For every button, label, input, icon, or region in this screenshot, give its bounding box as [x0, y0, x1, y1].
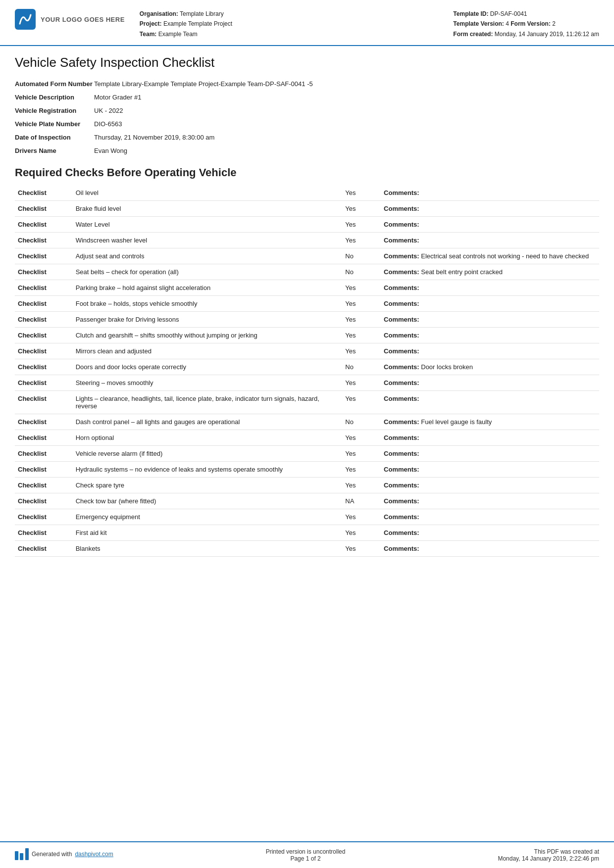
checklist-row-label: Checklist: [15, 185, 73, 201]
checklist-row-value: Yes: [342, 375, 381, 391]
table-row: ChecklistFoot brake – holds, stops vehic…: [15, 296, 599, 312]
checklist-row-comments: Comments:: [381, 446, 599, 462]
checklist-row-label: Checklist: [15, 248, 73, 264]
table-row: ChecklistPassenger brake for Driving les…: [15, 312, 599, 328]
checklist-row-item: Seat belts – check for operation (all): [73, 264, 343, 280]
checklist-row-comments: Comments:: [381, 509, 599, 525]
table-row: ChecklistSeat belts – check for operatio…: [15, 264, 599, 280]
table-row: ChecklistMirrors clean and adjustedYesCo…: [15, 343, 599, 359]
svg-rect-2: [20, 853, 23, 860]
checklist-row-value: Yes: [342, 296, 381, 312]
checklist-row-comments: Comments:: [381, 430, 599, 446]
checklist-row-comments: Comments:: [381, 478, 599, 493]
table-row: ChecklistAdjust seat and controlsNoComme…: [15, 248, 599, 264]
checklist-row-label: Checklist: [15, 462, 73, 478]
logo-block: YOUR LOGO GOES HERE: [15, 9, 125, 30]
vehicle-description-value: Motor Grader #1: [94, 91, 599, 104]
footer-logo-icon: [15, 848, 29, 860]
footer-center-line2: Page 1 of 2: [266, 855, 346, 862]
table-row: ChecklistFirst aid kitYesComments:: [15, 525, 599, 541]
checklist-row-comments: Comments:: [381, 541, 599, 557]
checklist-row-label: Checklist: [15, 264, 73, 280]
template-id-label: Template ID:: [453, 10, 488, 17]
form-version-label: Form Version:: [511, 20, 551, 27]
checklist-row-comments: Comments:: [381, 328, 599, 343]
checklist-row-value: Yes: [342, 446, 381, 462]
checklist-row-value: Yes: [342, 233, 381, 248]
checklist-row-label: Checklist: [15, 312, 73, 328]
org-label: Organisation:: [140, 10, 178, 17]
header: YOUR LOGO GOES HERE Organisation: Templa…: [0, 0, 614, 46]
vehicle-description-label: Vehicle Description: [15, 91, 94, 104]
footer-right-line1: This PDF was created at: [498, 848, 599, 855]
checklist-row-value: Yes: [342, 312, 381, 328]
template-version-value: 4: [506, 20, 509, 27]
page: YOUR LOGO GOES HERE Organisation: Templa…: [0, 0, 614, 868]
checklist-row-item: Dash control panel – all lights and gaug…: [73, 414, 343, 430]
checklist-row-label: Checklist: [15, 391, 73, 414]
checklist-row-item: Parking brake – hold against slight acce…: [73, 280, 343, 296]
checklist-row-item: Check tow bar (where fitted): [73, 493, 343, 509]
checklist-row-label: Checklist: [15, 328, 73, 343]
vehicle-registration-value: UK - 2022: [94, 104, 599, 117]
checklist-row-item: Oil level: [73, 185, 343, 201]
checklist-row-comments: Comments:: [381, 391, 599, 414]
footer-right-line2: Monday, 14 January 2019, 2:22:46 pm: [498, 855, 599, 862]
checklist-row-value: Yes: [342, 509, 381, 525]
checklist-row-comments: Comments: Seat belt entry point cracked: [381, 264, 599, 280]
checklist-row-label: Checklist: [15, 430, 73, 446]
checklist-row-comments: Comments:: [381, 525, 599, 541]
checklist-row-item: Check spare tyre: [73, 478, 343, 493]
team-label: Team:: [140, 31, 156, 38]
drivers-name-value: Evan Wong: [94, 144, 599, 157]
svg-rect-1: [15, 851, 18, 860]
checklist-row-comments: Comments: Electrical seat controls not w…: [381, 248, 599, 264]
checklist-row-label: Checklist: [15, 493, 73, 509]
checklist-row-label: Checklist: [15, 509, 73, 525]
info-grid: Automated Form Number Template Library-E…: [15, 77, 599, 157]
table-row: ChecklistBlanketsYesComments:: [15, 541, 599, 557]
table-row: ChecklistCheck tow bar (where fitted)NAC…: [15, 493, 599, 509]
checklist-row-label: Checklist: [15, 541, 73, 557]
checklist-row-comments: Comments:: [381, 233, 599, 248]
table-row: ChecklistWater LevelYesComments:: [15, 217, 599, 233]
checklist-row-value: Yes: [342, 478, 381, 493]
checklist-row-label: Checklist: [15, 478, 73, 493]
footer-dashpivot-link[interactable]: dashpivot.com: [75, 851, 113, 858]
checklist-row-value: No: [342, 264, 381, 280]
team-value: Example Team: [158, 31, 198, 38]
drivers-name-label: Drivers Name: [15, 144, 94, 157]
checklist-row-item: Mirrors clean and adjusted: [73, 343, 343, 359]
form-created-value: Monday, 14 January 2019, 11:26:12 am: [495, 31, 599, 38]
automated-form-number-label: Automated Form Number: [15, 77, 94, 91]
table-row: ChecklistCheck spare tyreYesComments:: [15, 478, 599, 493]
checklist-row-value: Yes: [342, 430, 381, 446]
checklist-row-item: Adjust seat and controls: [73, 248, 343, 264]
checklist-row-comments: Comments:: [381, 312, 599, 328]
checklist-row-item: Windscreen washer level: [73, 233, 343, 248]
checklist-row-comments: Comments:: [381, 343, 599, 359]
checklist-row-label: Checklist: [15, 446, 73, 462]
header-meta-center: Organisation: Template Library Project: …: [140, 9, 454, 39]
checklist-row-item: Doors and door locks operate correctly: [73, 359, 343, 375]
checklist-row-value: NA: [342, 493, 381, 509]
checklist-row-value: Yes: [342, 280, 381, 296]
table-row: ChecklistOil levelYesComments:: [15, 185, 599, 201]
footer-center: Printed version is uncontrolled Page 1 o…: [266, 848, 346, 862]
table-row: ChecklistEmergency equipmentYesComments:: [15, 509, 599, 525]
checklist-row-label: Checklist: [15, 201, 73, 217]
checklist-row-label: Checklist: [15, 280, 73, 296]
checklist-row-value: Yes: [342, 343, 381, 359]
checklist-row-value: Yes: [342, 462, 381, 478]
table-row: ChecklistDash control panel – all lights…: [15, 414, 599, 430]
date-of-inspection-value: Thursday, 21 November 2019, 8:30:00 am: [94, 131, 599, 144]
checklist-row-item: Vehicle reverse alarm (if fitted): [73, 446, 343, 462]
table-row: ChecklistLights – clearance, headlights,…: [15, 391, 599, 414]
footer: Generated with dashpivot.com Printed ver…: [0, 841, 614, 868]
checklist-row-comments: Comments:: [381, 462, 599, 478]
checklist-row-value: Yes: [342, 525, 381, 541]
table-row: ChecklistClutch and gearshift – shifts s…: [15, 328, 599, 343]
checklist-row-comments: Comments:: [381, 296, 599, 312]
checklist-row-item: Blankets: [73, 541, 343, 557]
checklist-row-label: Checklist: [15, 359, 73, 375]
